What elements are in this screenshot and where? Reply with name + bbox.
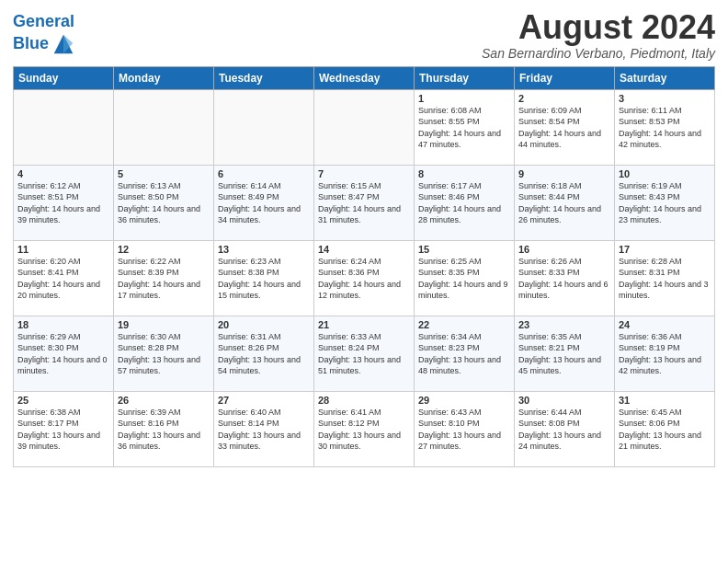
day-info: Sunrise: 6:14 AM Sunset: 8:49 PM Dayligh… xyxy=(218,180,310,226)
header: General Blue August 2024 San Bernardino … xyxy=(13,9,715,61)
day-info: Sunrise: 6:20 AM Sunset: 8:41 PM Dayligh… xyxy=(17,256,109,302)
weekday-header-monday: Monday xyxy=(114,66,214,89)
calendar-day-cell: 25Sunrise: 6:38 AM Sunset: 8:17 PM Dayli… xyxy=(14,391,114,466)
day-number: 5 xyxy=(118,168,210,179)
weekday-header-thursday: Thursday xyxy=(415,66,515,89)
day-info: Sunrise: 6:08 AM Sunset: 8:55 PM Dayligh… xyxy=(418,105,510,151)
title-block: August 2024 San Bernardino Verbano, Pied… xyxy=(482,9,715,61)
calendar-day-cell: 29Sunrise: 6:43 AM Sunset: 8:10 PM Dayli… xyxy=(415,391,515,466)
weekday-header-row: SundayMondayTuesdayWednesdayThursdayFrid… xyxy=(14,66,715,89)
calendar-day-cell: 9Sunrise: 6:18 AM Sunset: 8:44 PM Daylig… xyxy=(515,165,615,240)
day-number: 18 xyxy=(17,319,109,330)
calendar-day-cell xyxy=(214,89,314,165)
calendar-day-cell: 22Sunrise: 6:34 AM Sunset: 8:23 PM Dayli… xyxy=(415,316,515,391)
day-number: 20 xyxy=(218,319,310,330)
day-number: 11 xyxy=(17,244,109,255)
day-number: 22 xyxy=(418,319,510,330)
calendar-day-cell: 13Sunrise: 6:23 AM Sunset: 8:38 PM Dayli… xyxy=(214,240,314,316)
day-info: Sunrise: 6:40 AM Sunset: 8:14 PM Dayligh… xyxy=(218,407,310,453)
day-number: 16 xyxy=(518,244,610,255)
day-number: 25 xyxy=(17,395,109,406)
day-number: 9 xyxy=(518,168,610,179)
calendar-day-cell xyxy=(314,89,415,165)
day-number: 1 xyxy=(418,93,510,104)
calendar-day-cell xyxy=(14,89,114,165)
day-info: Sunrise: 6:30 AM Sunset: 8:28 PM Dayligh… xyxy=(118,331,210,377)
day-info: Sunrise: 6:13 AM Sunset: 8:50 PM Dayligh… xyxy=(118,180,210,226)
day-info: Sunrise: 6:45 AM Sunset: 8:06 PM Dayligh… xyxy=(619,407,711,453)
logo-icon xyxy=(51,31,76,57)
day-number: 21 xyxy=(318,319,410,330)
calendar-day-cell: 24Sunrise: 6:36 AM Sunset: 8:19 PM Dayli… xyxy=(615,316,715,391)
day-info: Sunrise: 6:22 AM Sunset: 8:39 PM Dayligh… xyxy=(118,256,210,302)
calendar-day-cell: 18Sunrise: 6:29 AM Sunset: 8:30 PM Dayli… xyxy=(14,316,114,391)
calendar-day-cell: 7Sunrise: 6:15 AM Sunset: 8:47 PM Daylig… xyxy=(314,165,415,240)
day-number: 7 xyxy=(318,168,410,179)
day-info: Sunrise: 6:29 AM Sunset: 8:30 PM Dayligh… xyxy=(17,331,109,377)
day-number: 13 xyxy=(218,244,310,255)
month-title: August 2024 xyxy=(482,9,715,46)
day-info: Sunrise: 6:11 AM Sunset: 8:53 PM Dayligh… xyxy=(619,105,711,151)
weekday-header-friday: Friday xyxy=(515,66,615,89)
day-info: Sunrise: 6:15 AM Sunset: 8:47 PM Dayligh… xyxy=(318,180,410,226)
calendar-table: SundayMondayTuesdayWednesdayThursdayFrid… xyxy=(13,66,715,467)
day-info: Sunrise: 6:38 AM Sunset: 8:17 PM Dayligh… xyxy=(17,407,109,453)
day-number: 26 xyxy=(118,395,210,406)
calendar-week-row: 4Sunrise: 6:12 AM Sunset: 8:51 PM Daylig… xyxy=(14,165,715,240)
day-number: 29 xyxy=(418,395,510,406)
day-number: 17 xyxy=(619,244,711,255)
calendar-day-cell: 4Sunrise: 6:12 AM Sunset: 8:51 PM Daylig… xyxy=(14,165,114,240)
day-info: Sunrise: 6:44 AM Sunset: 8:08 PM Dayligh… xyxy=(518,407,610,453)
day-number: 19 xyxy=(118,319,210,330)
calendar-day-cell: 12Sunrise: 6:22 AM Sunset: 8:39 PM Dayli… xyxy=(114,240,214,316)
day-info: Sunrise: 6:25 AM Sunset: 8:35 PM Dayligh… xyxy=(418,256,510,302)
day-info: Sunrise: 6:34 AM Sunset: 8:23 PM Dayligh… xyxy=(418,331,510,377)
page-container: General Blue August 2024 San Bernardino … xyxy=(0,0,728,475)
weekday-header-sunday: Sunday xyxy=(14,66,114,89)
day-number: 28 xyxy=(318,395,410,406)
day-number: 2 xyxy=(518,93,610,104)
calendar-day-cell: 15Sunrise: 6:25 AM Sunset: 8:35 PM Dayli… xyxy=(415,240,515,316)
calendar-day-cell: 31Sunrise: 6:45 AM Sunset: 8:06 PM Dayli… xyxy=(615,391,715,466)
calendar-day-cell: 30Sunrise: 6:44 AM Sunset: 8:08 PM Dayli… xyxy=(515,391,615,466)
day-info: Sunrise: 6:26 AM Sunset: 8:33 PM Dayligh… xyxy=(518,256,610,302)
calendar-day-cell: 5Sunrise: 6:13 AM Sunset: 8:50 PM Daylig… xyxy=(114,165,214,240)
calendar-day-cell: 28Sunrise: 6:41 AM Sunset: 8:12 PM Dayli… xyxy=(314,391,415,466)
day-number: 23 xyxy=(518,319,610,330)
calendar-week-row: 18Sunrise: 6:29 AM Sunset: 8:30 PM Dayli… xyxy=(14,316,715,391)
calendar-week-row: 11Sunrise: 6:20 AM Sunset: 8:41 PM Dayli… xyxy=(14,240,715,316)
calendar-day-cell: 21Sunrise: 6:33 AM Sunset: 8:24 PM Dayli… xyxy=(314,316,415,391)
day-info: Sunrise: 6:18 AM Sunset: 8:44 PM Dayligh… xyxy=(518,180,610,226)
day-info: Sunrise: 6:09 AM Sunset: 8:54 PM Dayligh… xyxy=(518,105,610,151)
calendar-day-cell xyxy=(114,89,214,165)
day-info: Sunrise: 6:35 AM Sunset: 8:21 PM Dayligh… xyxy=(518,331,610,377)
day-info: Sunrise: 6:12 AM Sunset: 8:51 PM Dayligh… xyxy=(17,180,109,226)
calendar-week-row: 25Sunrise: 6:38 AM Sunset: 8:17 PM Dayli… xyxy=(14,391,715,466)
calendar-day-cell: 27Sunrise: 6:40 AM Sunset: 8:14 PM Dayli… xyxy=(214,391,314,466)
location: San Bernardino Verbano, Piedmont, Italy xyxy=(482,46,715,61)
calendar-day-cell: 26Sunrise: 6:39 AM Sunset: 8:16 PM Dayli… xyxy=(114,391,214,466)
calendar-day-cell: 10Sunrise: 6:19 AM Sunset: 8:43 PM Dayli… xyxy=(615,165,715,240)
calendar-day-cell: 17Sunrise: 6:28 AM Sunset: 8:31 PM Dayli… xyxy=(615,240,715,316)
day-number: 3 xyxy=(619,93,711,104)
calendar-day-cell: 2Sunrise: 6:09 AM Sunset: 8:54 PM Daylig… xyxy=(515,89,615,165)
day-info: Sunrise: 6:41 AM Sunset: 8:12 PM Dayligh… xyxy=(318,407,410,453)
day-number: 12 xyxy=(118,244,210,255)
logo-subtext: Blue xyxy=(13,31,76,57)
day-number: 30 xyxy=(518,395,610,406)
day-number: 15 xyxy=(418,244,510,255)
calendar-day-cell: 11Sunrise: 6:20 AM Sunset: 8:41 PM Dayli… xyxy=(14,240,114,316)
weekday-header-saturday: Saturday xyxy=(615,66,715,89)
day-info: Sunrise: 6:36 AM Sunset: 8:19 PM Dayligh… xyxy=(619,331,711,377)
day-number: 27 xyxy=(218,395,310,406)
day-info: Sunrise: 6:23 AM Sunset: 8:38 PM Dayligh… xyxy=(218,256,310,302)
calendar-day-cell: 1Sunrise: 6:08 AM Sunset: 8:55 PM Daylig… xyxy=(415,89,515,165)
day-number: 6 xyxy=(218,168,310,179)
day-info: Sunrise: 6:43 AM Sunset: 8:10 PM Dayligh… xyxy=(418,407,510,453)
day-info: Sunrise: 6:24 AM Sunset: 8:36 PM Dayligh… xyxy=(318,256,410,302)
day-number: 31 xyxy=(619,395,711,406)
day-info: Sunrise: 6:17 AM Sunset: 8:46 PM Dayligh… xyxy=(418,180,510,226)
day-number: 24 xyxy=(619,319,711,330)
calendar-day-cell: 20Sunrise: 6:31 AM Sunset: 8:26 PM Dayli… xyxy=(214,316,314,391)
day-number: 8 xyxy=(418,168,510,179)
